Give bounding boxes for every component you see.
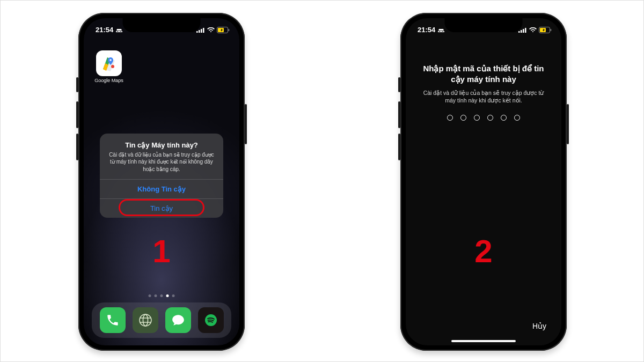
passcode-prompt: Nhập mật mã của thiết bị để tin cậy máy … — [406, 63, 561, 121]
passcode-subtitle: Cài đặt và dữ liệu của bạn sẽ truy cập đ… — [419, 89, 548, 104]
svg-rect-14 — [525, 28, 526, 33]
messages-app-icon[interactable] — [165, 307, 191, 333]
spotify-app-icon[interactable] — [198, 307, 224, 333]
dialog-message: Cài đặt và dữ liệu của bạn sẽ truy cập đ… — [100, 151, 223, 180]
browser-app-icon[interactable] — [133, 307, 158, 333]
cancel-button[interactable]: Hủy — [532, 322, 546, 330]
phone-app-icon[interactable] — [100, 307, 126, 333]
svg-rect-12 — [521, 30, 522, 33]
svg-rect-17 — [551, 29, 552, 31]
status-time: 21:54 — [418, 26, 435, 34]
volume-down-button — [398, 134, 400, 160]
trust-button[interactable]: Tin cậy — [100, 199, 223, 218]
volume-up-button — [76, 101, 78, 128]
phone-mockup-1: 21:54 — [78, 13, 245, 351]
page-indicator[interactable] — [149, 294, 175, 297]
screen-1: 21:54 — [84, 18, 239, 345]
comparison-stage: 21:54 — [1, 1, 644, 362]
svg-rect-5 — [218, 28, 224, 32]
svg-rect-2 — [201, 29, 202, 33]
notch — [123, 18, 201, 32]
dont-trust-button[interactable]: Không Tin cậy — [100, 180, 223, 198]
svg-rect-6 — [229, 29, 230, 31]
svg-point-7 — [109, 59, 112, 61]
trust-dialog: Tin cậy Máy tính này? Cài đặt và dữ liệu… — [100, 134, 223, 218]
mute-switch — [398, 77, 400, 92]
wifi-icon — [207, 27, 215, 33]
svg-rect-13 — [523, 29, 524, 33]
status-time: 21:54 — [96, 26, 113, 34]
screen-2: 21:54 Nhập — [406, 18, 561, 345]
power-button — [245, 104, 247, 144]
volume-down-button — [76, 134, 78, 160]
battery-charging-icon — [217, 27, 230, 33]
passcode-title: Nhập mật mã của thiết bị để tin cậy máy … — [419, 63, 548, 85]
volume-up-button — [398, 101, 400, 128]
svg-rect-3 — [203, 28, 204, 33]
passcode-dots[interactable] — [419, 115, 548, 121]
notch — [445, 18, 523, 32]
carplay-icon — [115, 27, 123, 33]
phone-mockup-2: 21:54 Nhập — [400, 13, 567, 351]
dialog-title: Tin cậy Máy tính này? — [100, 134, 223, 151]
svg-rect-11 — [518, 31, 520, 33]
app-label: Google Maps — [94, 78, 123, 83]
battery-charging-icon — [539, 27, 552, 33]
wifi-icon — [529, 27, 537, 33]
svg-rect-0 — [196, 31, 198, 33]
svg-rect-16 — [540, 28, 546, 32]
svg-rect-1 — [199, 30, 200, 33]
mute-switch — [76, 77, 78, 92]
carplay-icon — [437, 27, 445, 33]
dock — [92, 302, 231, 338]
svg-point-8 — [111, 65, 114, 68]
svg-point-9 — [140, 314, 151, 326]
app-google-maps[interactable]: Google Maps — [94, 50, 123, 83]
home-indicator[interactable] — [451, 340, 516, 342]
power-button — [567, 104, 569, 144]
maps-icon — [96, 50, 122, 76]
